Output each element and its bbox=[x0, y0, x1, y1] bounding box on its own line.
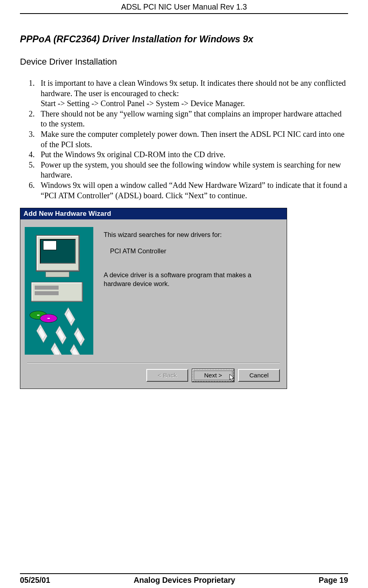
footer-date: 05/25/01 bbox=[20, 576, 50, 585]
back-button-label: < Back bbox=[158, 372, 177, 379]
dialog-description: A device driver is a software program th… bbox=[104, 271, 276, 288]
footer-center: Analog Devices Proprietary bbox=[134, 576, 235, 585]
next-button-label: Next > bbox=[204, 372, 222, 379]
dialog-titlebar: Add New Hardware Wizard bbox=[20, 208, 287, 219]
dialog-body: This wizard searches for new drivers for… bbox=[20, 219, 287, 389]
section-title: PPPoA (RFC2364) Driver Installation for … bbox=[20, 34, 348, 45]
wizard-art-icon bbox=[25, 227, 93, 355]
step-item: Put the Windows 9x original CD-ROM into … bbox=[37, 150, 348, 160]
step-text: Power up the system, you should see the … bbox=[41, 160, 341, 180]
step-item: Power up the system, you should see the … bbox=[37, 160, 348, 180]
wizard-dialog: Add New Hardware Wizard bbox=[20, 208, 287, 389]
step-text: Make sure the computer completely power … bbox=[41, 130, 344, 149]
cancel-button[interactable]: Cancel bbox=[238, 369, 280, 382]
dialog-intro-text: This wizard searches for new drivers for… bbox=[104, 231, 276, 239]
page-header-title: ADSL PCI NIC User Manual Rev 1.3 bbox=[20, 0, 348, 13]
cancel-button-label: Cancel bbox=[249, 372, 268, 379]
steps-list: It is important to have a clean Windows … bbox=[20, 78, 348, 201]
subsection-title: Device Driver Installation bbox=[20, 57, 348, 67]
step-item: It is important to have a clean Windows … bbox=[37, 78, 348, 109]
step-item: Windows 9x will open a window called “Ad… bbox=[37, 180, 348, 201]
dialog-device-name: PCI ATM Controller bbox=[104, 247, 276, 255]
back-button: < Back bbox=[146, 369, 188, 382]
svg-marker-0 bbox=[230, 374, 234, 381]
header-rule bbox=[20, 13, 348, 14]
step-text: Put the Windows 9x original CD-ROM into … bbox=[41, 150, 225, 159]
page-footer: 05/25/01 Analog Devices Proprietary Page… bbox=[20, 573, 348, 585]
step-text: There should not be any “yellow warning … bbox=[41, 109, 342, 128]
footer-page: Page 19 bbox=[319, 576, 348, 585]
dialog-title: Add New Hardware Wizard bbox=[24, 210, 111, 217]
step-item: There should not be any “yellow warning … bbox=[37, 109, 348, 129]
footer-rule bbox=[20, 573, 348, 574]
step-text: It is important to have a clean Windows … bbox=[41, 79, 346, 108]
step-text: Windows 9x will open a window called “Ad… bbox=[41, 181, 347, 200]
cursor-icon bbox=[229, 374, 236, 383]
dialog-button-row: < Back Next > Cancel bbox=[22, 363, 285, 387]
next-button[interactable]: Next > bbox=[192, 369, 234, 382]
step-item: Make sure the computer completely power … bbox=[37, 129, 348, 150]
